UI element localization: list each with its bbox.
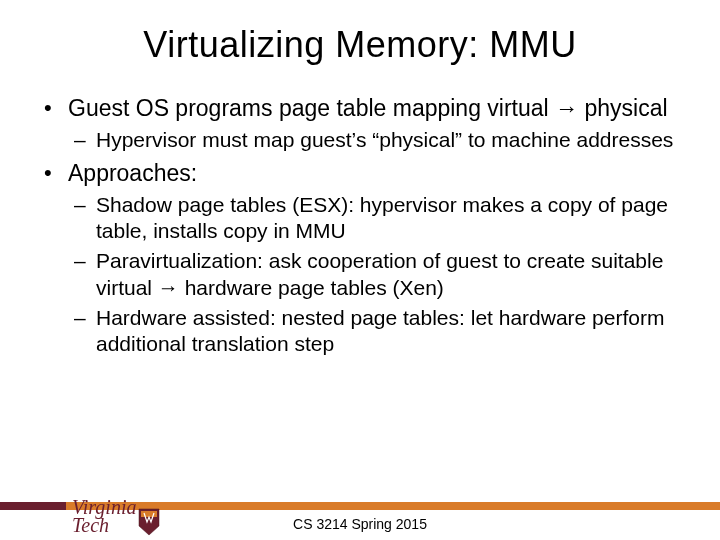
sub-bullet-item: Shadow page tables (ESX): hypervisor mak… — [68, 192, 680, 245]
sub-bullet-list: Hypervisor must map guest’s “physical” t… — [68, 127, 680, 153]
slide-content: Guest OS programs page table mapping vir… — [40, 94, 680, 357]
footer-text: CS 3214 Spring 2015 — [0, 516, 720, 532]
bar-maroon — [0, 502, 66, 510]
bullet-text: Guest OS programs page table mapping vir… — [68, 95, 668, 121]
bullet-list: Guest OS programs page table mapping vir… — [40, 94, 680, 357]
sub-bullet-text: Paravirtualization: ask cooperation of g… — [96, 249, 663, 298]
slide-title: Virtualizing Memory: MMU — [40, 24, 680, 66]
sub-bullet-text: Shadow page tables (ESX): hypervisor mak… — [96, 193, 668, 242]
sub-bullet-item: Hypervisor must map guest’s “physical” t… — [68, 127, 680, 153]
sub-bullet-text: Hypervisor must map guest’s “physical” t… — [96, 128, 673, 151]
slide: Virtualizing Memory: MMU Guest OS progra… — [0, 0, 720, 540]
sub-bullet-item: Paravirtualization: ask cooperation of g… — [68, 248, 680, 301]
sub-bullet-item: Hardware assisted: nested page tables: l… — [68, 305, 680, 358]
sub-bullet-text: Hardware assisted: nested page tables: l… — [96, 306, 664, 355]
bullet-item: Approaches: Shadow page tables (ESX): hy… — [40, 159, 680, 357]
bar-orange — [66, 502, 720, 510]
bullet-text: Approaches: — [68, 160, 197, 186]
bullet-item: Guest OS programs page table mapping vir… — [40, 94, 680, 153]
sub-bullet-list: Shadow page tables (ESX): hypervisor mak… — [68, 192, 680, 358]
